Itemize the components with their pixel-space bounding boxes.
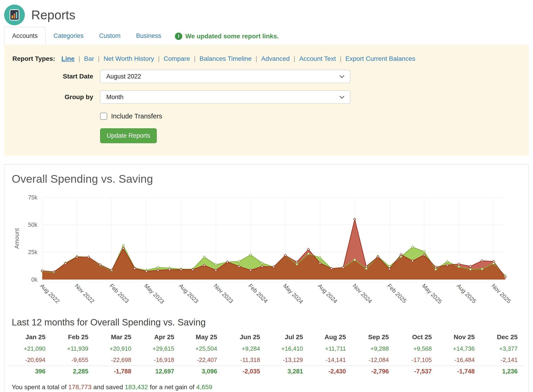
chevron-down-icon xyxy=(340,73,344,78)
net-cell: -1,748 xyxy=(438,366,481,377)
saved-cell: +11,711 xyxy=(309,343,352,354)
summary-col-header: Feb 25 xyxy=(52,331,95,343)
x-tick-label: Nov 2025 xyxy=(490,283,512,304)
update-notice: ! We updated some report links. xyxy=(175,33,279,45)
x-tick-label: May 2025 xyxy=(421,283,443,305)
summary-col-header: Apr 25 xyxy=(138,331,181,343)
page-title: Reports xyxy=(31,8,75,22)
spent-cell: -16,484 xyxy=(438,354,481,366)
spent-cell: -16,918 xyxy=(138,354,181,366)
separator: | xyxy=(98,55,100,62)
chart-title: Overall Spending vs. Saving xyxy=(12,172,521,185)
y-tick-label: 25k xyxy=(28,249,37,255)
spent-cell: -11,318 xyxy=(224,354,266,366)
summary-col-header: Jun 25 xyxy=(224,331,266,343)
net-cell: 3,096 xyxy=(181,366,224,377)
net-cell: 12,697 xyxy=(138,366,181,377)
summary-col-header: Oct 25 xyxy=(395,331,438,343)
group-by-select[interactable]: Month xyxy=(100,90,350,104)
saving-marker xyxy=(122,244,125,247)
start-date-row: Start Date August 2022 xyxy=(12,70,521,83)
report-type-compare[interactable]: Compare xyxy=(164,55,190,62)
report-type-net-worth-history[interactable]: Net Worth History xyxy=(103,55,154,62)
y-tick-label: 50k xyxy=(28,221,37,228)
summary-col-header: May 25 xyxy=(181,331,224,343)
report-type-bar[interactable]: Bar xyxy=(84,55,94,62)
saved-cell: +16,410 xyxy=(266,343,309,354)
separator: | xyxy=(158,55,159,62)
summary-table: Jan 25Feb 25Mar 25Apr 25May 25Jun 25Jul … xyxy=(9,331,524,377)
report-type-account-text[interactable]: Account Text xyxy=(299,55,336,62)
net-cell: -1,788 xyxy=(95,366,138,377)
net-gain: 4,659 xyxy=(196,383,212,391)
include-transfers-row: Include Transfers xyxy=(100,112,521,120)
x-tick-label: May 2023 xyxy=(143,283,165,305)
group-by-value: Month xyxy=(106,94,123,101)
tab-accounts[interactable]: Accounts xyxy=(4,27,46,45)
page-header: Reports xyxy=(0,0,533,27)
tab-categories[interactable]: Categories xyxy=(46,27,91,45)
include-transfers-label: Include Transfers xyxy=(111,112,162,120)
report-type-line[interactable]: Line xyxy=(61,55,75,62)
tab-custom[interactable]: Custom xyxy=(91,27,128,45)
reports-page: Reports Accounts Categories Custom Busin… xyxy=(0,0,533,392)
start-date-select[interactable]: August 2022 xyxy=(100,70,350,83)
start-date-label: Start Date xyxy=(12,73,93,80)
chevron-down-icon xyxy=(340,94,344,99)
separator: | xyxy=(340,55,341,62)
spending-chart-svg: 0k25k50k75kAmountAug 2022Nov 2022Feb 202… xyxy=(9,191,524,312)
saved-cell: +9,284 xyxy=(224,343,266,354)
spent-row: -20,694-9,655-22,698-16,918-22,407-11,31… xyxy=(9,354,524,366)
separator: | xyxy=(256,55,257,62)
totals-mid1: and saved xyxy=(92,383,125,391)
spent-cell: -17,105 xyxy=(395,354,438,366)
net-cell: -2,430 xyxy=(309,366,352,377)
report-types-row: Report Types:Line|Bar|Net Worth History|… xyxy=(12,55,521,62)
x-tick-label: Aug 2022 xyxy=(39,283,61,304)
report-types-links: Line|Bar|Net Worth History|Compare|Balan… xyxy=(57,55,419,62)
x-tick-label: Aug 2024 xyxy=(317,283,339,304)
summary-col-header: Aug 25 xyxy=(309,331,352,343)
spent-cell: -14,141 xyxy=(309,354,352,366)
spending-marker xyxy=(354,218,356,220)
x-tick-label: Feb 2024 xyxy=(247,283,269,304)
saved-row: +21,090+11,939+20,910+29,615+25,504+9,28… xyxy=(9,343,524,354)
x-tick-label: Nov 2022 xyxy=(74,283,96,304)
x-tick-label: Aug 2025 xyxy=(456,283,478,304)
saved-cell: +11,939 xyxy=(52,343,95,354)
separator: | xyxy=(294,55,295,62)
net-cell: -2,796 xyxy=(352,366,395,377)
totals-mid2: for a net gain of xyxy=(148,383,196,391)
saved-cell: +20,910 xyxy=(95,343,138,354)
report-type-export-current-balances[interactable]: Export Current Balances xyxy=(345,55,415,62)
summary-header-row: Jan 25Feb 25Mar 25Apr 25May 25Jun 25Jul … xyxy=(9,331,524,343)
net-cell: -2,035 xyxy=(224,366,266,377)
saved-cell: +3,377 xyxy=(481,343,524,354)
net-row: 3962,285-1,78812,6973,096-2,0353,281-2,4… xyxy=(9,366,524,377)
saved-cell: +9,568 xyxy=(395,343,438,354)
spent-cell: -20,694 xyxy=(9,354,52,366)
total-saved: 183,432 xyxy=(125,383,148,391)
tab-business[interactable]: Business xyxy=(128,27,169,45)
total-spent: 178,773 xyxy=(68,383,92,391)
summary-title: Last 12 months for Overall Spending vs. … xyxy=(12,317,521,327)
y-tick-label: 75k xyxy=(28,194,37,201)
spent-cell: -9,655 xyxy=(52,354,95,366)
net-cell: 2,285 xyxy=(52,366,95,377)
summary-col-header: Mar 25 xyxy=(95,331,138,343)
report-type-advanced[interactable]: Advanced xyxy=(261,55,290,62)
totals-pre: You spent a total of xyxy=(12,383,68,391)
saved-cell: +14,736 xyxy=(438,343,481,354)
totals-line: You spent a total of 178,773 and saved 1… xyxy=(12,383,521,391)
update-reports-button[interactable]: Update Reports xyxy=(100,128,157,143)
x-tick-label: May 2024 xyxy=(282,283,304,305)
include-transfers-checkbox[interactable] xyxy=(100,113,107,120)
report-types-label: Report Types: xyxy=(12,55,55,62)
filter-panel: Report Types:Line|Bar|Net Worth History|… xyxy=(4,45,529,156)
report-type-balances-timeline[interactable]: Balances Timeline xyxy=(200,55,252,62)
saved-cell: +29,615 xyxy=(138,343,181,354)
saved-cell: +25,504 xyxy=(181,343,224,354)
start-date-value: August 2022 xyxy=(106,73,141,80)
x-tick-label: Nov 2024 xyxy=(351,283,374,304)
tabs-bar: Accounts Categories Custom Business ! We… xyxy=(0,27,533,45)
